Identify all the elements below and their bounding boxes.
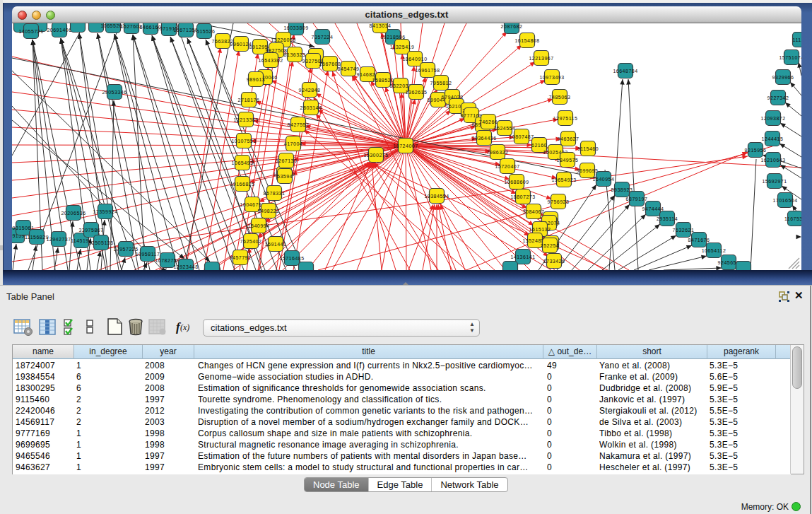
svg-text:(x): (x) bbox=[180, 322, 189, 332]
